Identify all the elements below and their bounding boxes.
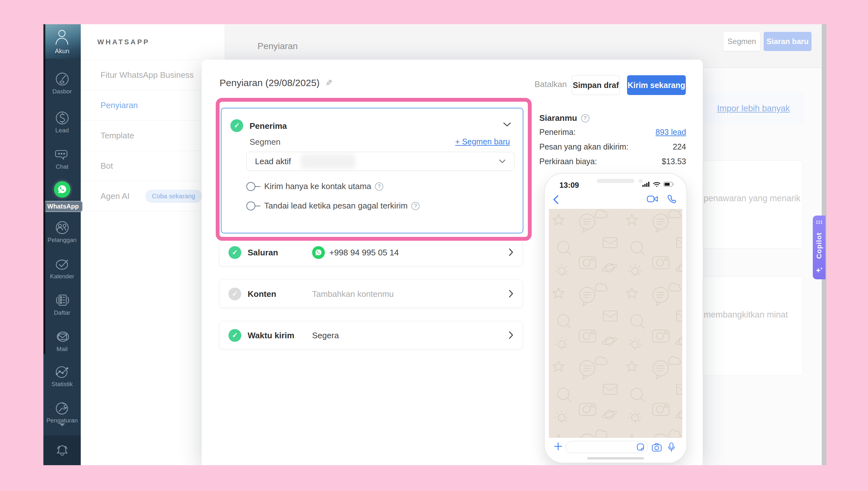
chevron-down-icon[interactable] [503,122,511,127]
segmen-button[interactable]: Segmen [724,32,760,51]
mic-icon[interactable] [668,442,675,453]
stat-row: Penerima: 893 lead [539,127,686,138]
sidebar-item-lead[interactable]: Lead [44,110,81,134]
sidebar-item-statistik[interactable]: Statistik [44,364,81,388]
try-now-badge[interactable]: Coba sekarang [145,190,202,203]
import-more-panel: Impor lebih banyak [703,92,804,124]
home-indicator [587,457,644,459]
option-flag-failed[interactable]: Tandai lead ketika pesan gagal terkirim … [246,201,419,211]
copilot-tab[interactable]: Copilot [813,215,825,279]
user-icon [55,29,69,45]
sidebar-item-whatsapp[interactable]: WhatsApp [44,181,81,212]
caret-down-icon [59,424,65,426]
phone-status-icons [642,181,674,187]
help-icon[interactable]: ? [581,114,590,122]
phone-preview: 13:09 [544,173,687,463]
channel-phone-number: +998 94 995 05 14 [329,248,399,258]
stat-row: Perkiraan biaya: $13.53 [539,157,686,167]
main-sidebar: Akun Dasbor Lead [44,24,81,465]
sidebar-collapse-caret[interactable] [44,424,81,426]
back-chevron-icon[interactable] [553,195,559,204]
mail-icon [55,329,70,344]
sidebar-item-pengaturan[interactable]: Pengaturan [44,400,81,424]
sidebar-item-pelanggan[interactable]: Pelanggan [44,220,81,243]
check-circle-icon: ✓ [228,329,241,342]
help-icon[interactable]: ? [375,182,383,191]
copilot-label: Copilot [815,232,823,259]
signal-icon [642,181,650,187]
new-segment-link[interactable]: + Segmen baru [455,137,510,146]
waktu-kirim-title: Waktu kirim [248,321,294,349]
radio-icon[interactable] [246,202,255,210]
whatsapp-chat-background [549,209,682,438]
saluran-section[interactable]: ✓ Saluran +998 94 995 05 14 [219,238,523,266]
radio-icon[interactable] [246,182,255,191]
voice-call-icon[interactable] [667,195,676,204]
sidebar-label: Chat [44,163,81,170]
message-input[interactable] [566,441,648,453]
import-more-link[interactable]: Impor lebih banyak [717,104,790,114]
sidebar-label: Statistik [44,381,81,388]
konten-title: Konten [248,280,276,308]
sidebar-item-akun[interactable]: Akun [44,24,81,59]
penerima-title: Penerima [249,121,287,131]
chevron-down-icon [499,159,506,164]
notifications-section[interactable] [44,435,81,465]
broadcast-modal: Penyiaran (29/08/2025) ✎ Batalkan Simpan… [202,60,703,465]
recipients-count-link[interactable]: 893 lead [655,127,686,137]
sidebar-item-dasbor[interactable]: Dasbor [44,71,81,95]
wifi-icon [653,181,660,187]
sidebar-item-kalender[interactable]: Kalender [44,256,81,280]
segmen-label: Segmen [249,137,280,147]
waktu-kirim-section[interactable]: ✓ Waktu kirim Segera [219,321,523,349]
new-broadcast-button[interactable]: Siaran baru [764,32,812,51]
sidebar-label: Akun [44,48,81,55]
estimated-cost: $13.53 [662,157,686,166]
sidebar-label: Daftar [44,309,81,316]
lists-icon [55,293,70,308]
whatsapp-active-badge: WhatsApp [44,201,83,212]
waktu-kirim-value: Segera [312,321,339,349]
plus-icon[interactable] [553,441,563,451]
konten-section[interactable]: ✓ Konten Tambahkan kontenmu [219,280,523,308]
customers-icon [55,220,70,235]
sidebar-item-daftar[interactable]: Daftar [44,293,81,316]
sidebar-item-mail[interactable]: Mail [44,329,81,353]
background-broadcast-card: penawaran yang menarik [703,161,803,249]
submenu-header: WHATSAPP [81,24,225,60]
konten-placeholder: Tambahkan kontenmu [312,280,394,308]
segment-select[interactable]: Lead aktif [246,152,514,171]
sidebar-label: Lead [44,127,81,134]
dashboard-icon [55,71,70,87]
help-icon[interactable]: ? [411,202,419,210]
drag-dots-icon [816,220,822,225]
sticker-icon[interactable] [636,443,645,452]
video-call-icon[interactable] [647,195,658,204]
stats-icon [54,364,70,379]
messages-count: 224 [673,142,686,151]
send-now-button[interactable]: Kirim sekarang [627,75,686,95]
whatsapp-channel-icon [312,246,325,259]
battery-icon [663,181,674,187]
sidebar-label: Kalender [44,273,81,280]
camera-icon[interactable] [652,443,662,452]
sidebar-label: Mail [44,346,81,353]
save-draft-button[interactable]: Simpan draf [572,75,620,95]
broadcast-stats: Siaranmu ? Penerima: 893 lead Pesan yang… [539,113,686,167]
sparkles-icon [815,266,823,275]
sidebar-item-chat[interactable]: Chat [44,147,81,170]
bell-icon [54,442,70,459]
sidebar-label: Pengaturan [44,417,81,424]
edit-title-icon[interactable]: ✎ [325,78,332,88]
chevron-right-icon [508,248,513,256]
sidebar-label: Dasbor [44,88,81,95]
sidebar-label: Pelanggan [44,237,81,243]
background-broadcast-card: membangkitkan minat [703,277,803,376]
segment-select-value: Lead aktif [255,156,291,167]
penerima-section: ✓ Penerima Segmen + Segmen baru Lead akt… [221,108,523,233]
check-circle-icon: ✓ [228,246,241,259]
option-primary-contact[interactable]: Kirim hanya ke kontak utama ? [246,181,383,191]
phone-input-bar [549,438,682,463]
cancel-button[interactable]: Batalkan [535,79,567,89]
stat-row: Pesan yang akan dikirim: 224 [539,142,686,152]
